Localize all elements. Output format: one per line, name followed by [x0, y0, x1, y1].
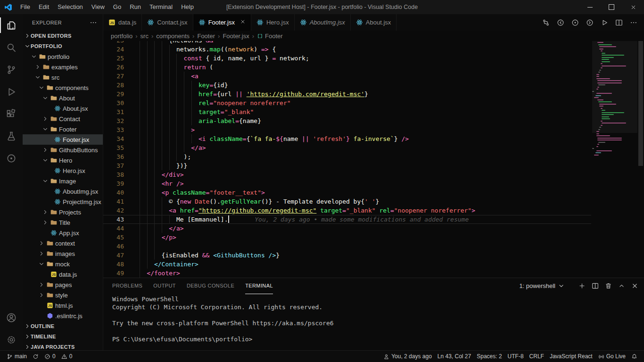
annotate-back-icon[interactable] [557, 19, 564, 26]
tree-item-app-jsx[interactable]: App.jsx [23, 228, 103, 238]
line-number: 27 [103, 72, 132, 81]
activity-explorer[interactable] [0, 14, 23, 36]
menu-go[interactable]: Go [109, 0, 125, 14]
menu-view[interactable]: View [87, 0, 109, 14]
activity-circle-view[interactable] [0, 147, 23, 169]
activity-accounts[interactable] [0, 306, 23, 329]
tree-item-html-js[interactable]: JShtml.js [23, 300, 103, 311]
tree-item-about-jsx[interactable]: About.jsx [23, 103, 103, 114]
activity-extensions[interactable] [0, 103, 23, 125]
more-actions-icon[interactable] [90, 19, 97, 26]
tree-item-images[interactable]: images [23, 248, 103, 259]
panel-tab-output[interactable]: OUTPUT [153, 278, 176, 294]
activity-run-and-debug[interactable] [0, 81, 23, 103]
tab-data-js[interactable]: JSdata.js [103, 14, 142, 31]
close-tab-icon[interactable] [240, 19, 246, 26]
status-sync-changes[interactable] [30, 351, 41, 362]
minimap[interactable] [592, 42, 637, 156]
tree-item-data-js[interactable]: JSdata.js [23, 269, 103, 280]
tree-item-projectimg-jsx[interactable]: ProjectImg.jsx [23, 197, 103, 207]
tree-item-footer[interactable]: Footer [23, 124, 103, 134]
tab-about-jsx[interactable]: About.jsx [351, 14, 396, 31]
section-portfolio[interactable]: PORTFOLIO [23, 41, 103, 51]
scrollbar-thumb[interactable] [638, 41, 643, 166]
breadcrumb-item-portfolio[interactable]: portfolio [111, 33, 132, 40]
maximize-panel-icon[interactable] [618, 282, 625, 289]
tree-item-portfolio[interactable]: portfolio [23, 51, 103, 62]
status-go-live[interactable]: Go Live [595, 351, 628, 362]
menu-help[interactable]: Help [177, 0, 198, 14]
panel-tab-debug-console[interactable]: DEBUG CONSOLE [187, 278, 234, 294]
breadcrumb-item-components[interactable]: components [156, 33, 190, 40]
tree-item-hero[interactable]: Hero [23, 155, 103, 165]
tab-aboutimg-jsx[interactable]: AboutImg.jsx [295, 14, 351, 31]
tab-footer-jsx[interactable]: Footer.jsx [193, 14, 251, 31]
menu-selection[interactable]: Selection [53, 0, 87, 14]
more-actions-icon[interactable] [630, 19, 637, 26]
activity-search[interactable] [0, 36, 23, 58]
tree-item-src[interactable]: src [23, 72, 103, 82]
status-blame-info[interactable]: You, 2 days ago [380, 351, 435, 362]
panel-tab-terminal[interactable]: TERMINAL [245, 278, 273, 294]
breadcrumb-item-footer[interactable]: Footer [197, 33, 215, 40]
status-cursor-position[interactable]: Ln 43, Col 27 [435, 351, 474, 362]
menu-terminal[interactable]: Terminal [145, 0, 177, 14]
panel-tab-problems[interactable]: PROBLEMS [112, 278, 142, 294]
tree-item-footer-jsx[interactable]: Footer.jsx [23, 134, 103, 145]
tree-item--eslintrc-js[interactable]: .eslintrc.js [23, 311, 103, 321]
annotate-forward-icon[interactable] [586, 19, 594, 26]
tab-hero-jsx[interactable]: Hero.jsx [251, 14, 295, 31]
split-terminal-icon[interactable] [592, 282, 599, 289]
tree-item-projects[interactable]: Projects [23, 207, 103, 217]
minimize-button[interactable] [579, 0, 601, 14]
terminal-selector[interactable]: 1: powershell [519, 282, 565, 289]
tree-item-title[interactable]: Title [23, 217, 103, 228]
activity-testing[interactable] [0, 125, 23, 147]
tree-item-style[interactable]: style [23, 290, 103, 300]
status-problems-warnings[interactable]: 0 [58, 351, 75, 362]
close-button[interactable] [622, 0, 644, 14]
new-terminal-icon[interactable] [578, 282, 586, 289]
terminal-output[interactable]: Windows PowerShellCopyright (C) Microsof… [103, 294, 644, 351]
activity-source-control[interactable] [0, 58, 23, 81]
kill-terminal-icon[interactable] [605, 282, 612, 289]
tree-item-aboutimg-jsx[interactable]: AboutImg.jsx [23, 186, 103, 197]
status-encoding[interactable]: UTF-8 [505, 351, 527, 362]
section-open-editors[interactable]: OPEN EDITORS [23, 31, 103, 41]
tree-item-contact[interactable]: Contact [23, 114, 103, 124]
tree-item-mock[interactable]: mock [23, 259, 103, 269]
menu-edit[interactable]: Edit [34, 0, 53, 14]
tree-item-components[interactable]: components [23, 82, 103, 93]
breadcrumb-item-src[interactable]: src [140, 33, 149, 40]
tree-item-githubbuttons[interactable]: GithubButtons [23, 145, 103, 155]
close-panel-icon[interactable] [631, 282, 638, 289]
tab-contact-jsx[interactable]: Contact.jsx [142, 14, 193, 31]
section-timeline[interactable]: TIMELINE [23, 331, 103, 342]
status-indentation[interactable]: Spaces: 2 [474, 351, 504, 362]
tree-item-examples[interactable]: examples [23, 62, 103, 72]
tree-item-hero-jsx[interactable]: Hero.jsx [23, 165, 103, 176]
editor-scrollbar[interactable] [637, 41, 644, 278]
status-language-mode[interactable]: JavaScript React [547, 351, 595, 362]
status-notifications[interactable] [628, 351, 640, 362]
section-java-projects[interactable]: JAVA PROJECTS [23, 342, 103, 351]
maximize-button[interactable] [601, 0, 622, 14]
gitlens-compare-icon[interactable] [542, 19, 550, 26]
menu-run[interactable]: Run [125, 0, 145, 14]
tree-item-pages[interactable]: pages [23, 280, 103, 290]
breadcrumb-item-footer-jsx[interactable]: Footer.jsx [223, 33, 249, 40]
activity-manage[interactable] [0, 329, 23, 351]
code-editor[interactable]: 23 {networks &&24 networks.map((network)… [103, 41, 644, 278]
status-git-branch[interactable]: main [4, 351, 30, 362]
tree-item-image[interactable]: Image [23, 176, 103, 186]
status-eol[interactable]: CRLF [527, 351, 547, 362]
menu-file[interactable]: File [16, 0, 34, 14]
section-outline[interactable]: OUTLINE [23, 321, 103, 331]
status-problems-errors[interactable]: 0 [41, 351, 58, 362]
split-editor-icon[interactable] [615, 19, 623, 26]
tree-item-context[interactable]: context [23, 238, 103, 248]
run-code-icon[interactable] [601, 19, 608, 26]
tree-item-about[interactable]: About [23, 93, 103, 103]
breadcrumb-item-footer[interactable]: Footer [257, 33, 283, 40]
annotate-blame-icon[interactable] [571, 19, 579, 26]
